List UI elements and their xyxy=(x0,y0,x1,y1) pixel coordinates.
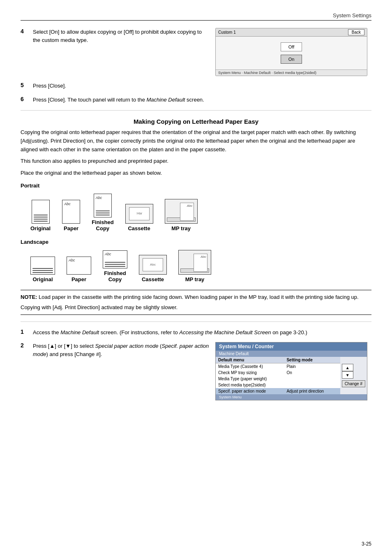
step-4-text: Select [On] to allow duplex copying or [… xyxy=(33,28,210,76)
portrait-label: Portrait xyxy=(21,183,371,189)
doc-line xyxy=(105,266,125,267)
mp-tray-paper-ls: Abc xyxy=(194,254,208,272)
body-text-2: This function also applies to prepunched… xyxy=(21,157,371,166)
landscape-diagram-row: Original Abc Paper Abc FinishedCopy xyxy=(30,250,371,282)
back-button[interactable]: Back xyxy=(348,29,364,35)
finished-label: FinishedCopy xyxy=(92,219,113,231)
mp-tray-paper: Abc xyxy=(180,203,194,221)
cell-select-media: Select media type(2sided) xyxy=(216,382,284,388)
cell-specif: Specif. paper action mode xyxy=(216,388,284,394)
finished-label-ls: FinishedCopy xyxy=(104,270,126,282)
on-button[interactable]: On xyxy=(281,55,302,64)
step-2-bottom-number: 2 xyxy=(21,342,28,349)
step-2-image: System Menu / Counter Machine Default De… xyxy=(215,342,371,400)
header: System Settings xyxy=(21,12,371,21)
sysmenu-table-wrap: Default menu Setting mode Media Type (Ca… xyxy=(216,357,340,394)
note-bold: NOTE: xyxy=(21,294,37,300)
finished-doc-landscape: Abc xyxy=(103,250,127,268)
cell-plain: Plain xyxy=(284,363,340,370)
selected-table-row[interactable]: Specif. paper action mode Adjust print d… xyxy=(216,388,340,394)
sysmenu-content-row: Default menu Setting mode Media Type (Ca… xyxy=(216,357,367,394)
original-label-ls: Original xyxy=(32,276,53,282)
body-text-3: Place the original and the letterhead pa… xyxy=(21,169,371,178)
doc-line xyxy=(34,221,48,222)
doc-line xyxy=(32,272,53,273)
doc-line xyxy=(96,213,110,213)
cassette-text: Abc xyxy=(136,212,142,215)
abc-mark-ls2: Abc xyxy=(105,252,111,256)
step-4-image: Custom 1 Back Off On System Menu · Machi… xyxy=(215,28,371,76)
table-row[interactable]: Select media type(2sided) xyxy=(216,382,340,388)
step-1-bottom-block: 1 Access the Machine Default screen. (Fo… xyxy=(21,328,371,337)
section-heading: Making Copying on Letterhead Paper Easy xyxy=(21,118,371,125)
step-6-number: 6 xyxy=(21,96,28,104)
down-arrow-button[interactable]: ▼ xyxy=(342,371,353,379)
section-divider xyxy=(21,110,371,111)
paper-doc-landscape: Abc xyxy=(67,257,91,275)
cell-empty1 xyxy=(284,376,340,382)
mp-tray-box: Abc xyxy=(165,199,198,224)
doc-line xyxy=(96,215,110,215)
diagram-paper-portrait: Abc Paper xyxy=(62,200,80,231)
off-button[interactable]: Off xyxy=(281,42,302,51)
cell-mp-tray: Check MP tray sizing xyxy=(216,370,284,376)
mptray-label-ls: MP tray xyxy=(185,276,205,282)
note-text: NOTE: Load paper in the cassette with th… xyxy=(21,293,371,301)
body-text-1: Copying the original onto letterhead pap… xyxy=(21,128,371,154)
sysmenu-title: System Menu / Counter xyxy=(216,342,367,351)
diagram-cassette-landscape: Abc Cassette xyxy=(139,255,167,282)
panel-body: Off On xyxy=(216,37,367,69)
paper-label-ls: Paper xyxy=(71,276,86,282)
step-5-block: 5 Press [Close]. xyxy=(21,82,371,90)
landscape-label: Landscape xyxy=(21,239,371,245)
table-row[interactable]: Check MP tray sizing On xyxy=(216,370,340,376)
diagram-cassette-portrait: Abc Cassette xyxy=(125,204,153,231)
col-setting: Setting mode xyxy=(284,357,340,363)
diagram-finished-landscape: Abc FinishedCopy xyxy=(103,250,127,282)
step-4-number: 4 xyxy=(21,28,28,76)
change-button[interactable]: Change # xyxy=(342,380,365,387)
doc-line xyxy=(32,270,53,271)
note-box: NOTE: Load paper in the cassette with th… xyxy=(21,290,371,315)
step-4-block: 4 Select [On] to allow duplex copying or… xyxy=(21,28,371,76)
paper-doc-portrait: Abc xyxy=(62,200,80,224)
diagram-paper-landscape: Abc Paper xyxy=(67,257,91,282)
table-row[interactable]: Media Type (paper weight) xyxy=(216,376,340,382)
page-number: 3-25 xyxy=(362,541,371,547)
doc-line xyxy=(34,215,48,215)
panel-statusbar: System Menu · Machine Default · Select m… xyxy=(216,69,367,76)
step-5-text: Press [Close]. xyxy=(33,82,371,90)
cassette-text-ls: Abc xyxy=(150,263,156,266)
up-arrow-button[interactable]: ▲ xyxy=(342,364,353,371)
step-2-bottom-block: 2 Press [▲] or [▼] to select Special pap… xyxy=(21,342,371,400)
doc-lines xyxy=(96,210,110,215)
note-text-2: Copying with [Adj. Print Direction] acti… xyxy=(21,303,371,312)
diagram-original-landscape: Original xyxy=(30,257,55,282)
step-1-bottom-number: 1 xyxy=(21,328,28,337)
doc-line xyxy=(96,210,110,211)
on-off-buttons: Off On xyxy=(281,42,302,65)
cassette-label: Cassette xyxy=(128,225,150,231)
change-btn-wrapper: Change # xyxy=(342,380,365,387)
sysmenu-bottom: System Menu xyxy=(216,394,367,400)
abc-mark: Abc xyxy=(96,196,102,200)
finished-doc-portrait: Abc xyxy=(94,194,112,217)
sysmenu-table: Default menu Setting mode Media Type (Ca… xyxy=(216,357,340,394)
sysmenu-right-col: ▲ ▼ Change # xyxy=(340,357,367,394)
cell-media-type: Media Type (Cassette 4) xyxy=(216,363,284,370)
original-doc-landscape xyxy=(30,257,55,275)
cassette-inner-ls: Abc xyxy=(143,258,163,271)
panel-custom1: Custom 1 Back Off On System Menu · Machi… xyxy=(215,28,367,76)
section-divider-2 xyxy=(21,321,371,322)
doc-lines xyxy=(34,215,48,222)
mptray-label: MP tray xyxy=(171,225,191,231)
table-header-row: Default menu Setting mode xyxy=(216,357,340,363)
step-5-number: 5 xyxy=(21,82,28,90)
cell-media-type-weight: Media Type (paper weight) xyxy=(216,376,284,382)
cassette-box: Abc xyxy=(125,204,153,224)
note-content: Load paper in the cassette with the prin… xyxy=(37,294,358,300)
table-row[interactable]: Media Type (Cassette 4) Plain xyxy=(216,363,340,370)
cassette-inner: Abc xyxy=(129,207,150,220)
diagram-finished-portrait: Abc FinishedCopy xyxy=(92,194,113,231)
cell-adjust: Adjust print direction xyxy=(284,388,340,394)
